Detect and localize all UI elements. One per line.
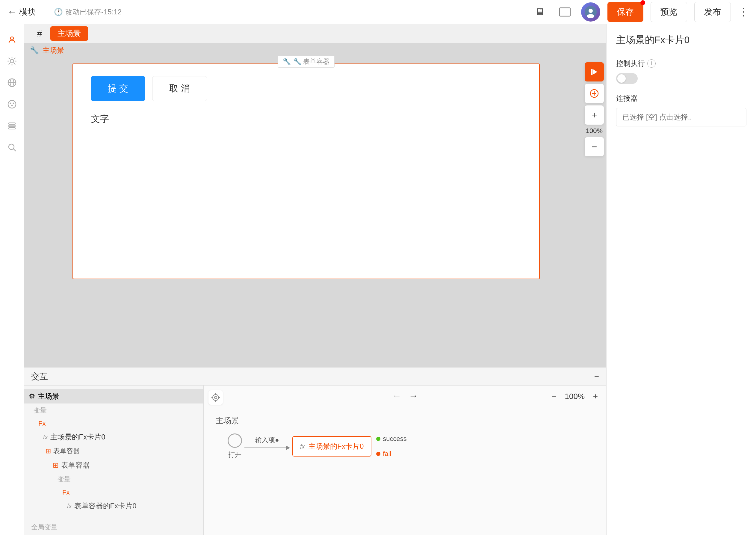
- toggle-knob: [617, 74, 626, 83]
- connector-label: 连接器: [616, 94, 746, 103]
- form-buttons: 提 交 取 消: [91, 76, 521, 101]
- main-layout: # 主场景 🔧 主场景 🔧 🔧 表单容器 提 交 取 消: [0, 24, 756, 535]
- svg-marker-19: [593, 69, 597, 75]
- preview-button[interactable]: 预览: [651, 2, 687, 22]
- sidebar-link-icon[interactable]: [2, 30, 21, 49]
- flow-target-btn[interactable]: [209, 390, 223, 405]
- sidebar-gear-icon[interactable]: [2, 51, 21, 71]
- svg-point-3: [589, 9, 593, 13]
- avatar: [581, 2, 600, 21]
- svg-line-18: [14, 149, 15, 151]
- svg-point-10: [8, 100, 16, 108]
- tree-fx-item-2[interactable]: fx 表单容器的Fx卡片0: [24, 499, 203, 513]
- tree-fx-item-0[interactable]: fx 主场景的Fx卡片0: [24, 430, 203, 444]
- interaction-panel: 交互 − ⚙ 主场景 变量 Fx: [24, 367, 606, 535]
- publish-button[interactable]: 发布: [694, 2, 731, 22]
- flow-zoom-controls: − 100% +: [548, 390, 602, 402]
- scene-label-icon: 🔧: [30, 46, 39, 54]
- connector-input[interactable]: [616, 108, 746, 127]
- flow-controls: [209, 390, 223, 405]
- form-frame-header: 🔧 🔧 表单容器: [278, 56, 335, 68]
- main-scene-tab[interactable]: 主场景: [50, 26, 88, 41]
- canvas-controls: + 100% −: [582, 58, 606, 161]
- back-arrow-icon: ←: [7, 6, 17, 17]
- flow-panel: ← → − 100% + 主场景: [204, 385, 606, 535]
- canvas-area: # 主场景 🔧 主场景 🔧 🔧 表单容器 提 交 取 消: [24, 24, 606, 535]
- sidebar-layers-icon[interactable]: [2, 116, 21, 135]
- save-button[interactable]: 保存: [607, 2, 643, 22]
- control-exec-toggle[interactable]: [616, 73, 638, 84]
- control-exec-label: 控制执行 i: [616, 59, 746, 68]
- flow-output-fail: fail: [376, 450, 406, 458]
- scene-label-bar: 🔧 主场景: [24, 43, 606, 58]
- tree-variable-label: 变量: [24, 404, 203, 417]
- canvas-content: 🔧 🔧 表单容器 提 交 取 消 文字: [24, 58, 606, 367]
- svg-rect-16: [9, 127, 15, 129]
- flow-prev-btn[interactable]: ←: [392, 390, 401, 401]
- back-button[interactable]: ← 模块: [7, 6, 36, 18]
- zoom-in-btn[interactable]: +: [585, 105, 604, 125]
- top-bar: ← 模块 🕐 改动已保存-15:12 🖥 保存 预览 发布 ⋮: [0, 0, 756, 24]
- svg-rect-15: [9, 125, 15, 127]
- flow-arrow: 输入项●: [244, 436, 290, 450]
- svg-point-13: [11, 105, 13, 106]
- control-exec-toggle-wrap: [616, 73, 746, 84]
- success-dot: [376, 437, 380, 441]
- submit-button[interactable]: 提 交: [91, 76, 145, 101]
- more-menu-button[interactable]: ⋮: [738, 6, 749, 18]
- tree-form-container-parent[interactable]: ⊞ 表单容器: [24, 444, 203, 458]
- flow-content: 主场景 打开 输入项●: [204, 409, 606, 535]
- scene-label-text: 主场景: [42, 45, 64, 55]
- flow-nav: ← →: [392, 390, 418, 401]
- sidebar-search-icon[interactable]: [2, 138, 21, 157]
- sidebar-palette-icon[interactable]: [2, 95, 21, 114]
- tablet-icon-btn[interactable]: [556, 3, 574, 21]
- interaction-title: 交互: [31, 371, 48, 382]
- tree-main-scene[interactable]: ⚙ 主场景: [24, 389, 203, 404]
- save-badge: [640, 0, 645, 5]
- table-icon: ⊞: [45, 447, 51, 455]
- svg-point-25: [214, 396, 217, 399]
- tree-fx-label-2: Fx: [24, 486, 203, 499]
- left-sidebar: [0, 24, 24, 535]
- play-control-btn[interactable]: [585, 62, 604, 81]
- flow-zoom-in-btn[interactable]: +: [589, 390, 602, 402]
- hash-tab[interactable]: #: [30, 26, 49, 41]
- form-frame: 🔧 🔧 表单容器 提 交 取 消 文字: [72, 64, 540, 279]
- top-right-actions: 🖥 保存 预览 发布 ⋮: [531, 2, 749, 22]
- text-label: 文字: [91, 113, 521, 125]
- tree-panel: ⚙ 主场景 变量 Fx fx 主场景的Fx卡片0 ⊞ 表: [24, 385, 204, 535]
- save-status: 🕐 改动已保存-15:12: [54, 7, 122, 17]
- svg-point-12: [13, 103, 14, 104]
- svg-point-11: [10, 103, 11, 104]
- monitor-icon-btn[interactable]: 🖥: [531, 3, 549, 21]
- right-panel: 主场景的Fx卡片0 控制执行 i 连接器: [606, 24, 756, 535]
- flow-start-node: 打开: [228, 434, 242, 459]
- form-inner: 提 交 取 消 文字: [73, 64, 539, 137]
- zoom-out-btn[interactable]: −: [585, 137, 604, 156]
- cancel-button[interactable]: 取 消: [152, 76, 207, 101]
- tree-variable-label-2: 变量: [24, 472, 203, 486]
- flow-output-success: success: [376, 435, 406, 443]
- flow-next-btn[interactable]: →: [408, 390, 418, 401]
- info-icon: i: [647, 59, 656, 68]
- clock-icon: 🕐: [54, 8, 63, 16]
- svg-point-5: [11, 37, 14, 40]
- flow-zoom-out-btn[interactable]: −: [548, 390, 560, 402]
- add-control-btn[interactable]: [585, 84, 604, 103]
- svg-rect-14: [9, 123, 15, 124]
- tree-table-container[interactable]: ⊞ 表单容器: [24, 458, 203, 472]
- fail-dot: [376, 452, 380, 456]
- global-variable-label: 全局变量: [24, 520, 203, 534]
- sidebar-globe-icon[interactable]: [2, 73, 21, 92]
- flow-diagram: 打开 输入项●: [228, 434, 407, 459]
- right-panel-title: 主场景的Fx卡片0: [616, 34, 746, 47]
- collapse-button[interactable]: −: [594, 372, 599, 381]
- svg-point-6: [10, 59, 14, 63]
- gear-icon-main: ⚙: [29, 392, 35, 401]
- flow-fx-node[interactable]: fx 主场景的Fx卡片0: [292, 436, 371, 457]
- tab-bar: # 主场景: [24, 24, 606, 43]
- interaction-header: 交互 −: [24, 368, 606, 385]
- svg-rect-20: [591, 69, 592, 75]
- design-canvas: 🔧 主场景 🔧 🔧 表单容器 提 交 取 消 文字: [24, 43, 606, 367]
